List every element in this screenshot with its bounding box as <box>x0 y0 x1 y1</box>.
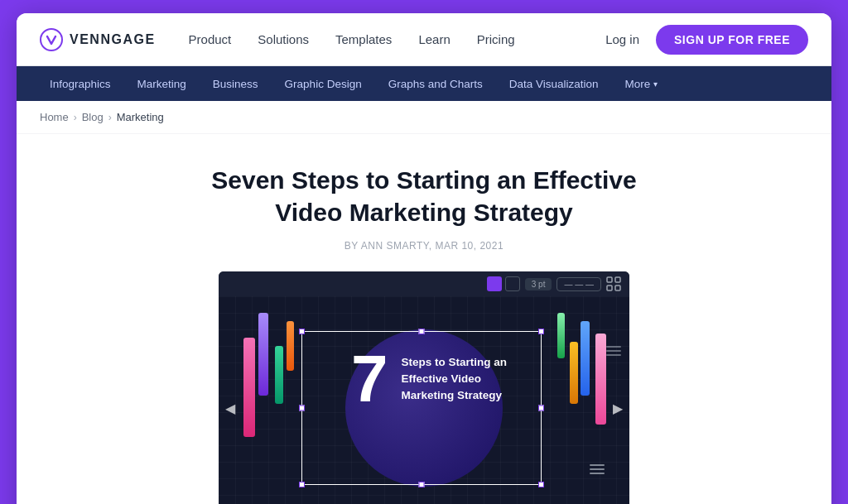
breadcrumb-blog[interactable]: Blog <box>82 111 104 123</box>
point-size-pill[interactable]: 3 pt <box>525 278 552 290</box>
view-sq-filled <box>487 276 502 291</box>
svg-point-0 <box>41 29 62 50</box>
sel-handle-bm <box>419 482 425 487</box>
logo-text: VENNGAGE <box>70 32 156 47</box>
subnav-more[interactable]: More ▾ <box>615 66 668 101</box>
logo[interactable]: VENNGAGE <box>40 28 156 51</box>
view-sq-outline <box>505 276 520 291</box>
editor-preview: 3 pt — — — <box>219 271 629 504</box>
subnav-marketing[interactable]: Marketing <box>128 66 196 101</box>
subnav-data-viz[interactable]: Data Visualization <box>499 66 609 101</box>
nav-templates[interactable]: Templates <box>335 32 392 46</box>
subnav-graphs-charts[interactable]: Graphs and Charts <box>378 66 493 101</box>
article-title: Seven Steps to Starting an Effective Vid… <box>192 164 656 228</box>
deco-bar-2 <box>275 346 283 404</box>
svg-rect-2 <box>615 277 620 282</box>
slide-number: 7 <box>351 346 388 412</box>
signup-button[interactable]: SIGN UP FOR FREE <box>656 25 808 55</box>
sel-handle-bl <box>299 482 305 487</box>
bottom-right-lines-icon[interactable] <box>590 464 605 474</box>
editor-canvas: 7 Steps to Starting an Effective Video M… <box>219 296 629 504</box>
sel-handle-mr <box>538 406 544 411</box>
nav-solutions[interactable]: Solutions <box>258 32 309 46</box>
nav-learn[interactable]: Learn <box>418 32 450 46</box>
nav-actions: Log in SIGN UP FOR FREE <box>605 25 808 55</box>
breadcrumb-sep-2: › <box>108 112 112 123</box>
browser-frame: VENNGAGE Product Solutions Templates Lea… <box>17 13 831 504</box>
sel-handle-br <box>538 482 544 487</box>
article-meta: BY ANN SMARTY, MAR 10, 2021 <box>344 240 504 252</box>
slide-content: 7 Steps to Starting an Effective Video M… <box>351 346 526 412</box>
breadcrumb-current: Marketing <box>117 111 164 123</box>
next-arrow[interactable]: ▶ <box>613 401 623 416</box>
deco-bar-6 <box>595 334 606 425</box>
dash-style-pill[interactable]: — — — <box>556 277 601 291</box>
prev-arrow[interactable]: ◀ <box>225 401 235 416</box>
nav-pricing[interactable]: Pricing <box>477 32 515 46</box>
top-nav-links: Product Solutions Templates Learn Pricin… <box>189 32 606 46</box>
subnav-graphic-design[interactable]: Graphic Design <box>275 66 372 101</box>
sub-nav: Infographics Marketing Business Graphic … <box>17 66 831 101</box>
top-right-lines-icon[interactable] <box>606 346 621 356</box>
venngage-logo-icon <box>40 28 63 51</box>
chevron-down-icon: ▾ <box>653 79 658 89</box>
grid-icon[interactable] <box>606 276 621 291</box>
breadcrumb-sep-1: › <box>74 112 77 123</box>
subnav-infographics[interactable]: Infographics <box>40 66 121 101</box>
svg-rect-4 <box>615 286 620 290</box>
deco-bar-3 <box>243 338 255 437</box>
deco-bar-7 <box>570 342 578 404</box>
deco-bar-8 <box>557 313 565 358</box>
sel-handle-tm <box>419 329 425 334</box>
breadcrumb: Home › Blog › Marketing <box>40 111 808 123</box>
sel-handle-tr <box>538 329 544 334</box>
nav-product[interactable]: Product <box>189 32 232 46</box>
main-content: Seven Steps to Starting an Effective Vid… <box>17 134 831 504</box>
top-nav: VENNGAGE Product Solutions Templates Lea… <box>17 13 831 66</box>
slide-subtitle: Steps to Starting an Effective Video Mar… <box>402 354 526 405</box>
breadcrumb-bar: Home › Blog › Marketing <box>17 101 831 134</box>
login-link[interactable]: Log in <box>605 32 639 46</box>
deco-bar-4 <box>287 321 294 371</box>
deco-bar-5 <box>581 321 590 396</box>
sel-handle-tl <box>299 329 305 334</box>
slide-text-block: Steps to Starting an Effective Video Mar… <box>402 354 526 405</box>
sel-handle-ml <box>299 406 305 411</box>
editor-toolbar-top: 3 pt — — — <box>219 271 629 296</box>
svg-rect-1 <box>607 277 612 282</box>
breadcrumb-home[interactable]: Home <box>40 111 69 123</box>
deco-bar-1 <box>258 313 268 396</box>
svg-rect-3 <box>607 286 612 290</box>
view-toggle-squares[interactable] <box>487 276 520 291</box>
subnav-business[interactable]: Business <box>203 66 268 101</box>
